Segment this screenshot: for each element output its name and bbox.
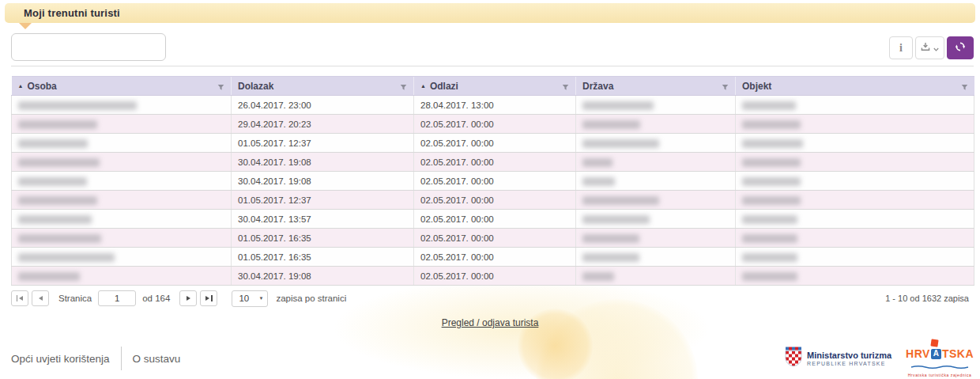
refresh-button[interactable] <box>947 36 974 59</box>
cell-drzava <box>576 267 736 286</box>
column-header-drzava[interactable]: ▲ Država <box>576 77 736 96</box>
table-body: 26.04.2017. 23:0028.04.2017. 13:0029.04.… <box>12 96 974 286</box>
tab-pointer <box>19 23 32 29</box>
cell-objekt <box>736 248 974 267</box>
cell-odlazi: 02.05.2017. 00:00 <box>414 229 576 248</box>
table-row[interactable]: 26.04.2017. 23:0028.04.2017. 13:00 <box>12 96 974 115</box>
table-row[interactable]: 30.04.2017. 19:0802.05.2017. 00:00 <box>12 267 974 286</box>
drzava-redacted <box>582 101 654 110</box>
objekt-redacted <box>742 234 797 243</box>
cell-dolazak: 30.04.2017. 19:08 <box>232 172 414 191</box>
cell-osoba <box>12 229 232 248</box>
download-icon <box>921 42 930 54</box>
footer-divider <box>121 347 122 370</box>
cell-drzava <box>576 210 736 229</box>
cell-odlazi: 28.04.2017. 13:00 <box>414 96 576 115</box>
htz-logo: HRV A TSKA Hrvatska turistička zajednica <box>906 340 974 377</box>
next-page-button[interactable] <box>179 290 197 306</box>
table-row[interactable]: 29.04.2017. 20:2302.05.2017. 00:00 <box>12 115 974 134</box>
about-link[interactable]: O sustavu <box>133 353 181 365</box>
htz-square-icon <box>930 339 938 347</box>
drzava-redacted <box>582 272 614 281</box>
cell-drzava <box>576 172 736 191</box>
cell-odlazi: 02.05.2017. 00:00 <box>414 191 576 210</box>
table-row[interactable]: 01.05.2017. 12:3702.05.2017. 00:00 <box>12 134 974 153</box>
table-row[interactable]: 01.05.2017. 16:3502.05.2017. 00:00 <box>12 248 974 267</box>
drzava-redacted <box>582 139 659 148</box>
drzava-redacted <box>582 120 640 129</box>
search-input[interactable] <box>11 33 166 61</box>
column-header-odlazi[interactable]: ▲ Odlazi <box>414 77 576 96</box>
cell-objekt <box>736 153 974 172</box>
person-redacted-link[interactable] <box>18 120 97 129</box>
column-header-objekt[interactable]: ▲ Objekt <box>736 77 974 96</box>
record-range-label: 1 - 10 od 1632 zapisa <box>885 294 969 303</box>
first-page-button[interactable] <box>11 290 28 306</box>
prev-page-button[interactable] <box>32 290 49 306</box>
filter-icon[interactable] <box>722 82 729 93</box>
chevron-down-icon: ▼ <box>258 296 263 301</box>
cell-osoba <box>12 115 232 134</box>
column-header-osoba[interactable]: ▲ Osoba <box>12 77 232 96</box>
sort-asc-icon: ▲ <box>18 83 24 89</box>
person-redacted-link[interactable] <box>18 177 87 186</box>
info-button[interactable]: i <box>889 36 913 59</box>
cell-odlazi: 02.05.2017. 00:00 <box>414 115 576 134</box>
table-header-row: ▲ Osoba ▲ Dolazak ▲ Odlazi <box>12 77 974 96</box>
page-total-label: od 164 <box>142 294 170 303</box>
table-row[interactable]: 01.05.2017. 16:3502.05.2017. 00:00 <box>12 229 974 248</box>
drzava-redacted <box>582 177 615 186</box>
cell-dolazak: 30.04.2017. 13:57 <box>232 210 414 229</box>
table-row[interactable]: 30.04.2017. 19:0802.05.2017. 00:00 <box>12 153 974 172</box>
cell-odlazi: 02.05.2017. 00:00 <box>414 267 576 286</box>
person-redacted-link[interactable] <box>18 196 97 205</box>
cell-drzava <box>576 191 736 210</box>
drzava-redacted <box>582 196 659 205</box>
toolbar-divider <box>11 66 974 66</box>
objekt-redacted <box>742 196 801 205</box>
page-size-label: zapisa po stranici <box>276 294 346 303</box>
cell-dolazak: 29.04.2017. 20:23 <box>232 115 414 134</box>
table-row[interactable]: 30.04.2017. 19:0802.05.2017. 00:00 <box>12 172 974 191</box>
drzava-redacted <box>582 253 639 262</box>
cell-odlazi: 02.05.2017. 00:00 <box>414 210 576 229</box>
person-redacted-link[interactable] <box>18 215 92 224</box>
filter-icon[interactable] <box>562 82 569 93</box>
objekt-redacted <box>742 253 797 262</box>
person-redacted-link[interactable] <box>18 253 115 262</box>
pregled-odjava-link[interactable]: Pregled / odjava turista <box>442 317 539 328</box>
cell-objekt <box>736 96 974 115</box>
person-redacted-link[interactable] <box>18 139 88 148</box>
page-title: Moji trenutni turisti <box>24 7 120 19</box>
page-number-input[interactable] <box>98 290 136 306</box>
cell-osoba <box>12 267 232 286</box>
filter-icon[interactable] <box>217 82 224 93</box>
filter-icon[interactable] <box>400 82 407 93</box>
filter-icon[interactable] <box>961 82 968 93</box>
croatia-coat-of-arms-icon <box>785 347 802 370</box>
person-redacted-link[interactable] <box>18 158 100 167</box>
page-size-select[interactable]: 10 ▼ <box>232 290 268 307</box>
person-redacted-link[interactable] <box>18 272 80 281</box>
person-redacted-link[interactable] <box>18 234 101 243</box>
table-row[interactable]: 30.04.2017. 13:5702.05.2017. 00:00 <box>12 210 974 229</box>
cell-objekt <box>736 172 974 191</box>
page-label: Stranica <box>58 294 92 303</box>
objekt-redacted <box>742 177 801 186</box>
ministry-subtitle: REPUBLIKE HRVATSKE <box>807 361 891 366</box>
drzava-redacted <box>582 215 650 224</box>
cell-dolazak: 30.04.2017. 19:08 <box>232 267 414 286</box>
column-header-dolazak[interactable]: ▲ Dolazak <box>232 77 414 96</box>
cell-drzava <box>576 96 736 115</box>
terms-link[interactable]: Opći uvjeti korištenja <box>11 353 110 365</box>
cell-osoba <box>12 172 232 191</box>
cell-osoba <box>12 153 232 172</box>
last-page-button[interactable] <box>200 290 217 306</box>
export-button[interactable] <box>915 36 944 59</box>
cell-dolazak: 01.05.2017. 16:35 <box>232 229 414 248</box>
cell-objekt <box>736 134 974 153</box>
person-redacted-link[interactable] <box>18 101 137 110</box>
cell-objekt <box>736 115 974 134</box>
cell-dolazak: 01.05.2017. 16:35 <box>232 248 414 267</box>
table-row[interactable]: 01.05.2017. 12:3702.05.2017. 00:00 <box>12 191 974 210</box>
